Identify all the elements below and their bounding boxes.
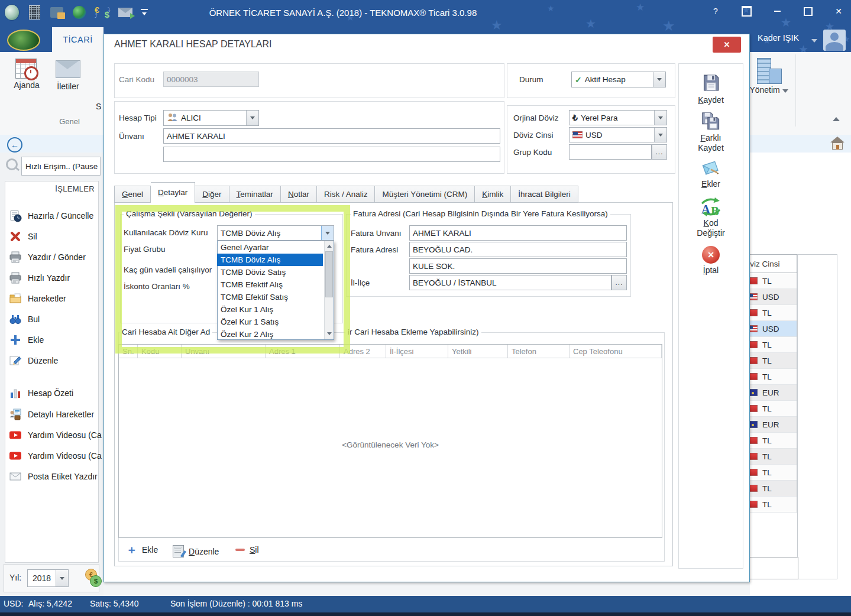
code-change-ab-icon: AB: [678, 197, 743, 216]
user-menu-caret-icon[interactable]: [811, 39, 817, 43]
fiyat-grubu-label: Fiyat Grubu: [124, 245, 166, 254]
sidebar-item[interactable]: Hareketler: [8, 291, 102, 306]
diger-adresler-legend-right: ir Cari Hesaba Ekleme Yapabilirsiniz): [345, 328, 481, 336]
tab-kimlik[interactable]: Kimlik: [475, 186, 511, 203]
sil-button[interactable]: Sil: [235, 545, 259, 555]
scroll-down-icon[interactable]: [325, 329, 334, 338]
ribbon-button-iletiler[interactable]: İletiler: [51, 57, 85, 91]
chevron-down-icon[interactable]: [246, 111, 258, 125]
dropdown-option[interactable]: Özel Kur 2 Alış: [217, 328, 323, 341]
sidebar-item[interactable]: Sil: [8, 229, 102, 244]
user-name[interactable]: Kader IŞIK: [758, 33, 799, 43]
unvani-input-2[interactable]: [163, 147, 500, 162]
tab-teminatlar[interactable]: Teminatlar: [229, 186, 281, 203]
collapse-ribbon-icon[interactable]: [833, 117, 840, 122]
red-dash-icon: [235, 549, 245, 551]
dropdown-option[interactable]: TCMB Döviz Alış: [217, 254, 323, 266]
fatura-adresi-input-2[interactable]: KULE SOK.: [409, 258, 627, 274]
avatar[interactable]: [823, 30, 846, 51]
durum-select[interactable]: ✓Aktif Hesap: [571, 72, 666, 87]
tray-panel-icon[interactable]: [741, 6, 752, 17]
tab-genel[interactable]: Genel: [114, 186, 151, 203]
ribbon-partial-label: S: [96, 102, 101, 111]
column-header: İl-İlçesi: [386, 345, 448, 358]
folder-icon: [8, 291, 22, 306]
kod-degistir-button[interactable]: AB Kod Değiştir: [678, 197, 743, 238]
tab-risk-analiz[interactable]: Risk / Analiz: [317, 186, 376, 203]
dropdown-option[interactable]: TCMB Efektif Alış: [217, 278, 323, 291]
sidebar-item[interactable]: Hızlı Yazdır: [8, 270, 102, 286]
sidebar-item[interactable]: Detaylı Hareketler: [8, 407, 102, 422]
back-button[interactable]: ←: [7, 137, 22, 153]
il-ilce-label: İl-İlçe: [351, 278, 370, 287]
dialog-close-icon[interactable]: ✕: [713, 37, 741, 53]
window-bottom-edge: [0, 612, 851, 616]
chevron-down-icon[interactable]: [654, 111, 666, 125]
year-select[interactable]: 2018: [27, 569, 69, 587]
quick-access-search-input[interactable]: Hızlı Erişim.. (Pause: [21, 157, 101, 176]
ribbon-button-yonetim[interactable]: Yönetim: [746, 57, 791, 95]
tab-m-teri-y-netimi-crm-[interactable]: Müşteri Yönetimi (CRM): [375, 186, 475, 203]
dropdown-scrollbar[interactable]: [324, 241, 334, 339]
tab-ticari[interactable]: TİCARİ: [52, 27, 103, 52]
tab-i-hracat-bilgileri[interactable]: İhracat Bilgileri: [511, 186, 578, 203]
dropdown-option[interactable]: TCMB Efektif Satış: [217, 291, 323, 303]
orjinal-doviz-select[interactable]: ₺Yerel Para: [569, 110, 667, 125]
doviz-cinsi-select[interactable]: USD: [569, 127, 667, 142]
close-window-icon[interactable]: ✕: [833, 6, 844, 17]
chevron-down-icon[interactable]: [653, 72, 665, 87]
iptal-button[interactable]: ✕ İptal: [678, 246, 743, 275]
floppy-save-as-icon: [678, 111, 743, 131]
chevron-down-icon[interactable]: [654, 128, 666, 142]
dropdown-option[interactable]: TCMB Döviz Satış: [217, 266, 323, 278]
tab-di-er[interactable]: Diğer: [195, 186, 229, 203]
calisma-sekli-legend: Çalışma Şekli (Varsayılan Değerler): [124, 209, 255, 218]
unvani-input[interactable]: AHMET KARALI: [163, 128, 500, 144]
dropdown-option[interactable]: Özel Kur 1 Alış: [217, 303, 323, 316]
ekle-button[interactable]: ＋ Ekle: [126, 545, 158, 555]
sidebar-item[interactable]: Yardım Videosu (Ca: [8, 427, 102, 443]
farkli-kaydet-button[interactable]: Farklı Kaydet: [678, 111, 743, 153]
ekler-button[interactable]: Ekler: [678, 158, 743, 189]
diger-adresler-legend-left: Cari Hesaba Ait Diğer Ad: [119, 328, 212, 336]
tab-detaylar[interactable]: Detaylar: [151, 182, 195, 203]
teknomax-logo[interactable]: [7, 30, 40, 51]
currency-code: TL: [762, 341, 772, 349]
sidebar-item[interactable]: Yardım Videosu (Ca: [8, 448, 102, 463]
kaydet-button[interactable]: Kaydet: [678, 72, 743, 105]
sidebar-item[interactable]: Yazdır / Gönder: [8, 249, 102, 265]
minimize-icon[interactable]: [772, 6, 782, 17]
ribbon-button-ajanda[interactable]: Ajanda: [9, 57, 44, 90]
grup-kodu-browse-button[interactable]: ...: [652, 144, 667, 160]
il-ilce-browse-button[interactable]: ...: [611, 275, 627, 290]
column-header: Yetkili: [448, 345, 508, 358]
scroll-up-icon[interactable]: [325, 241, 334, 251]
currency-coins-icon[interactable]: €$: [85, 569, 103, 588]
sidebar-item[interactable]: Posta Etiket Yazdır: [8, 469, 102, 484]
sidebar-item[interactable]: Hazırla / Güncelle: [8, 208, 102, 223]
doviz-kuru-select[interactable]: TCMB Döviz Alış: [217, 225, 334, 241]
currency-code: TL: [762, 356, 772, 365]
chevron-down-icon[interactable]: [56, 570, 68, 586]
dropdown-option[interactable]: Özel Kur 1 Satış: [217, 316, 323, 328]
chevron-down-icon[interactable]: [321, 226, 334, 240]
currency-code: TL: [762, 436, 772, 445]
il-ilce-input[interactable]: BEYOĞLU / İSTANBUL: [409, 275, 611, 290]
sidebar-item[interactable]: Bul: [8, 312, 102, 327]
hesap-tipi-select[interactable]: ALICI: [163, 110, 259, 126]
sidebar-item[interactable]: Hesap Özeti: [8, 385, 102, 401]
fatura-adresi-input-1[interactable]: BEYOĞLU CAD.: [409, 242, 627, 257]
home-icon[interactable]: [830, 137, 844, 151]
dropdown-option[interactable]: Genel Ayarlar: [217, 241, 323, 254]
sidebar-item[interactable]: Düzenle: [8, 353, 102, 368]
duzenle-button[interactable]: Düzenle: [173, 545, 219, 557]
help-icon[interactable]: ?: [710, 6, 721, 17]
scrollbar-thumb[interactable]: [325, 251, 333, 297]
grup-kodu-input[interactable]: [569, 144, 652, 160]
sidebar-item[interactable]: Ekle: [8, 332, 102, 348]
column-header: Sn.: [119, 345, 138, 358]
maximize-icon[interactable]: [803, 6, 813, 17]
column-header: Telefon: [508, 345, 570, 358]
tab-notlar[interactable]: Notlar: [281, 186, 317, 203]
fatura-unvani-input[interactable]: AHMET KARALI: [409, 225, 627, 241]
